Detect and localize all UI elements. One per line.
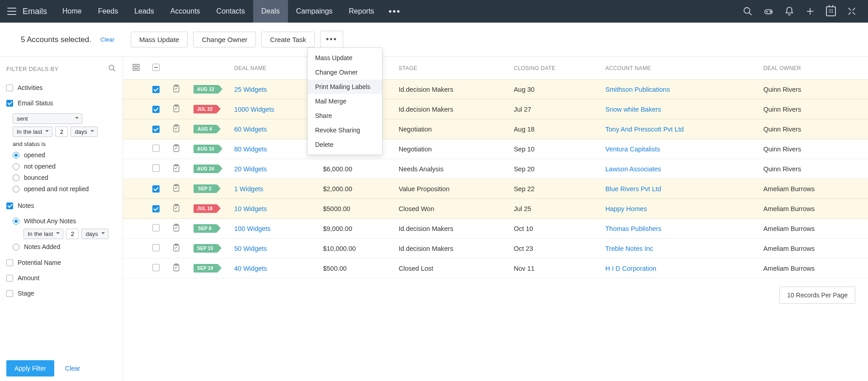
dropdown-item[interactable]: Delete [308,137,382,152]
dropdown-item[interactable]: Mass Update [308,51,382,65]
account-link[interactable]: Snow white Bakers [605,106,661,113]
task-icon[interactable] [172,223,181,232]
clear-selection-link[interactable]: Clear [100,36,114,43]
deal-link[interactable]: 40 Widgets [234,265,267,272]
records-per-page-select[interactable]: 10 Records Per Page [779,287,855,304]
account-link[interactable]: H I D Corporation [605,265,656,272]
table-row[interactable]: SEP 1940 Widgets$500.00Closed LostNov 11… [123,259,868,278]
account-link[interactable]: Ventura Capitalists [605,146,660,153]
deal-link[interactable]: 60 Widgets [234,126,267,133]
nav-tab-accounts[interactable]: Accounts [162,0,208,23]
filter-activities[interactable]: Activities [6,84,116,91]
account-link[interactable]: Tony And Presscott Pvt Ltd [605,126,684,133]
nav-tab-feeds[interactable]: Feeds [90,0,126,23]
task-icon[interactable] [172,203,181,212]
app-brand[interactable]: Emails [23,7,47,16]
status-select[interactable]: sent [13,113,82,124]
row-checkbox[interactable] [152,264,160,271]
deal-link[interactable]: 1 Widgets [234,185,263,193]
filter-amount[interactable]: Amount [6,274,116,282]
account-link[interactable]: Blue Rivers Pvt Ltd [605,185,661,193]
deal-link[interactable]: 10 Widgets [234,205,267,212]
row-checkbox[interactable] [152,244,160,251]
nav-tab-leads[interactable]: Leads [126,0,162,23]
task-icon[interactable] [172,104,181,113]
timeframe-number[interactable] [55,127,68,137]
task-icon[interactable] [172,84,181,93]
deal-link[interactable]: 80 Widgets [234,146,267,153]
tools-icon[interactable] [846,6,857,17]
search-icon[interactable] [742,6,753,17]
deal-link[interactable]: 50 Widgets [234,245,267,252]
filter-notes[interactable]: Notes [6,202,116,209]
nav-tab-home[interactable]: Home [54,0,90,23]
row-checkbox[interactable] [152,224,160,231]
notes-added-radio[interactable]: Notes Added [13,243,116,250]
plus-icon[interactable] [805,6,816,17]
nav-tab-campaings[interactable]: Campaings [288,0,341,23]
clear-filter-link[interactable]: Clear [65,365,80,372]
bell-icon[interactable] [784,6,795,17]
col-owner[interactable]: DEAL OWNER [759,57,868,80]
status-radio[interactable]: opened [13,151,116,159]
account-link[interactable]: Treble Notes Inc [605,245,653,252]
table-row[interactable]: SEP 1550 Widgets$10,000.00Id.decision Ma… [123,239,868,259]
calendar-icon[interactable]: 31 [826,6,836,17]
task-icon[interactable] [172,164,181,173]
table-row[interactable]: AUG 2420 Widgets$6,000.00Needs AnalysisS… [123,159,868,179]
deal-link[interactable]: 25 Widgets [234,86,267,93]
nav-tab-contacts[interactable]: Contacts [208,0,253,23]
task-icon[interactable] [172,183,181,193]
nav-tab-reports[interactable]: Reports [341,0,382,23]
dropdown-item[interactable]: Revoke Sharing [308,123,382,137]
more-actions-button[interactable]: ••• [320,31,343,48]
row-checkbox[interactable] [152,86,160,93]
filter-potential-name[interactable]: Potential Name [6,259,116,266]
table-row[interactable]: AUG 1225 Widgets$10,000.00Id.decision Ma… [123,80,868,99]
account-link[interactable]: Smithson Publications [605,86,670,93]
row-checkbox[interactable] [152,165,160,172]
status-radio[interactable]: opened and not replied [13,185,116,193]
task-icon[interactable] [172,124,181,133]
dropdown-item[interactable]: Mail Merge [308,94,382,108]
table-row[interactable]: JUL 1810 Widgets$5000.00Closed WonJul 25… [123,199,868,219]
account-link[interactable]: Thomas Publishers [605,225,661,232]
row-checkbox[interactable] [152,205,160,212]
unit-select[interactable]: days [71,127,97,137]
col-stage[interactable]: STAGE [394,57,509,80]
filter-search-icon[interactable] [108,64,116,74]
apply-filter-button[interactable]: Apply Filter [6,360,54,376]
notes-without-radio[interactable]: Without Any Notes [13,217,116,225]
dropdown-item[interactable]: Print Mailing Labels [308,80,382,94]
notes-timeframe-select[interactable]: In the last [24,229,63,239]
col-closing[interactable]: CLOSING DATE [509,57,601,80]
gamepad-icon[interactable] [763,6,774,17]
nav-tab-deals[interactable]: Deals [253,0,288,23]
col-account[interactable]: ACCOUNT NAME [601,57,759,80]
status-radio[interactable]: not opened [13,163,116,170]
deal-link[interactable]: 20 Widgets [234,165,267,173]
task-icon[interactable] [172,243,181,252]
row-checkbox[interactable] [152,145,160,152]
dropdown-item[interactable]: Change Owner [308,65,382,80]
dropdown-item[interactable]: Share [308,108,382,123]
column-settings-icon[interactable] [132,63,140,71]
status-radio[interactable]: bounced [13,174,116,181]
timeframe-select[interactable]: In the last [13,127,52,137]
task-icon[interactable] [172,263,181,272]
table-row[interactable]: SEP 8100 Widgets$9,000.00Id.decision Mak… [123,219,868,239]
deal-link[interactable]: 100 Widgets [234,225,271,232]
account-link[interactable]: Happy Homes [605,205,647,212]
table-row[interactable]: AUG 460 Widgets$8,000.00NegotiationAug 1… [123,119,868,139]
create-task-button[interactable]: Create Task [261,32,315,47]
select-all-checkbox[interactable] [152,64,160,71]
task-icon[interactable] [172,144,181,153]
notes-number[interactable] [66,229,79,239]
notes-unit-select[interactable]: days [81,229,108,239]
filter-email-status[interactable]: Email Status [6,99,116,107]
filter-stage[interactable]: Stage [6,290,116,297]
row-checkbox[interactable] [152,106,160,113]
deal-link[interactable]: 1000 Widgets [234,106,274,113]
account-link[interactable]: Lawson Associates [605,165,661,173]
row-checkbox[interactable] [152,185,160,193]
